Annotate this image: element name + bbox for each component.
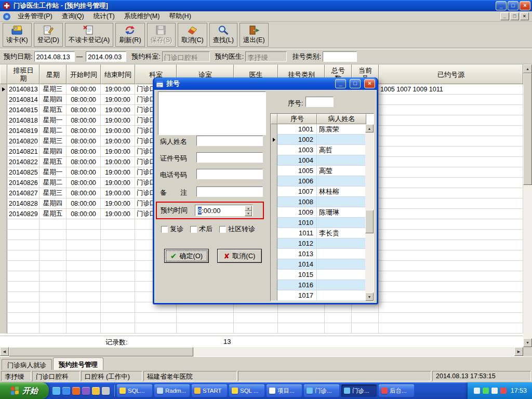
spin-down-icon[interactable]: ▼ bbox=[245, 211, 252, 216]
dialog-field-input-1[interactable] bbox=[196, 152, 263, 163]
desktop-icon[interactable] bbox=[62, 387, 70, 395]
horizontal-scroll-thumb[interactable] bbox=[9, 347, 193, 356]
grid-row[interactable]: 1004 bbox=[271, 155, 366, 166]
dialog-field-input-0[interactable] bbox=[196, 136, 263, 146]
spin-up-icon[interactable]: ▲ bbox=[245, 206, 252, 211]
toolbar-register-button[interactable]: 登记(D) bbox=[34, 23, 63, 47]
task-label: Radm... bbox=[165, 388, 186, 394]
grid-row[interactable]: 1017 bbox=[271, 290, 366, 301]
scroll-right-icon[interactable]: ▶ bbox=[514, 347, 523, 356]
close-button[interactable]: × bbox=[520, 1, 530, 10]
scroll-down-icon[interactable]: ▼ bbox=[523, 338, 532, 347]
grid-row[interactable]: 1014 bbox=[271, 259, 366, 270]
menu-item-4[interactable]: 帮助(H) bbox=[164, 11, 195, 21]
tab-1[interactable]: 预约挂号管理 bbox=[53, 357, 103, 370]
scroll-up-icon[interactable]: ▲ bbox=[523, 64, 532, 73]
tab-0[interactable]: 门诊病人就诊 bbox=[2, 359, 52, 370]
grid-row[interactable]: 1007林桂榕 bbox=[271, 187, 366, 197]
grid-row[interactable]: 1015 bbox=[271, 270, 366, 280]
status-segment-1: 门诊口腔科 bbox=[32, 371, 80, 381]
grid-row[interactable]: 1002 bbox=[271, 135, 366, 145]
menu-item-1[interactable]: 查询(Q) bbox=[57, 11, 89, 21]
grid-scrollbar[interactable]: ▲ ▼ bbox=[365, 124, 374, 301]
taskbar-task-7[interactable]: 后台... bbox=[379, 384, 414, 397]
horizontal-scrollbar[interactable]: ◀ ▶ bbox=[0, 347, 523, 356]
scroll-left-icon[interactable]: ◀ bbox=[0, 347, 9, 356]
ie-icon[interactable] bbox=[52, 387, 60, 395]
dialog-field-input-2[interactable] bbox=[196, 169, 263, 179]
grid-scroll-down-icon[interactable]: ▼ bbox=[365, 292, 374, 301]
minimize-button[interactable]: _ bbox=[496, 1, 507, 10]
grid-row[interactable]: 1009陈珊琳 bbox=[271, 207, 366, 218]
grid-column-header-0[interactable]: 序号 bbox=[277, 114, 317, 124]
toolbar-exit-button[interactable]: 退出(E) bbox=[240, 23, 269, 47]
type-filter-input[interactable] bbox=[323, 51, 357, 62]
serial-number-input[interactable] bbox=[305, 97, 334, 107]
grid-row[interactable]: 1005高莹 bbox=[271, 166, 366, 176]
schedule-row[interactable] bbox=[0, 323, 523, 334]
toolbar-refresh-button[interactable]: 刷新(R) bbox=[115, 23, 144, 47]
grid-scroll-thumb[interactable] bbox=[365, 210, 374, 233]
checkbox-2[interactable]: 社区转诊 bbox=[219, 224, 255, 234]
header-indicator-cell bbox=[0, 64, 7, 84]
grid-scroll-up-icon[interactable]: ▲ bbox=[365, 124, 374, 132]
child-minimize-button[interactable]: _ bbox=[500, 12, 509, 20]
toolbar-cancel-button[interactable]: 取消(C) bbox=[178, 23, 207, 47]
taskbar-task-3[interactable]: SQL ... bbox=[229, 384, 264, 397]
column-header-3[interactable]: 结束时间 bbox=[101, 64, 135, 84]
dialog-title-bar[interactable]: 挂号 _ □ × bbox=[154, 77, 377, 90]
column-header-0[interactable]: 排班日期 bbox=[7, 64, 39, 84]
menu-item-2[interactable]: 统计(T) bbox=[89, 11, 119, 21]
menu-item-3[interactable]: 系统维护(M) bbox=[119, 11, 165, 21]
taskbar-task-0[interactable]: SQL... bbox=[117, 384, 152, 397]
restore-button[interactable]: □ bbox=[508, 1, 518, 10]
grid-row[interactable]: 1001陈震荣 bbox=[271, 124, 366, 135]
confirm-button[interactable]: ✔ 确定(O) bbox=[164, 249, 209, 263]
grid-row[interactable]: 1008 bbox=[271, 197, 366, 207]
grid-row[interactable]: 1012 bbox=[271, 238, 366, 249]
child-restore-button[interactable]: □ bbox=[510, 12, 519, 20]
taskbar-task-2[interactable]: START bbox=[192, 384, 227, 397]
dialog-maximize-button[interactable]: □ bbox=[350, 79, 361, 88]
cancel-button[interactable]: ✘ 取消(C) bbox=[217, 249, 262, 263]
vertical-scrollbar[interactable]: ▲ ▼ bbox=[523, 64, 532, 347]
taskbar-task-4[interactable]: 项目... bbox=[267, 384, 302, 397]
grid-row[interactable]: 1010 bbox=[271, 218, 366, 228]
tray-clock: 17:53 bbox=[511, 387, 527, 394]
media-player-icon[interactable] bbox=[72, 387, 80, 395]
grid-row[interactable]: 1003高哲 bbox=[271, 145, 366, 155]
grid-column-header-1[interactable]: 病人姓名 bbox=[317, 114, 366, 124]
dialog-field-input-3[interactable] bbox=[196, 187, 263, 197]
grid-row[interactable]: 1006 bbox=[271, 176, 366, 187]
date-from-input[interactable]: 2014.08.13 bbox=[34, 51, 75, 62]
mail-icon[interactable] bbox=[102, 387, 110, 395]
dialog-close-button[interactable]: × bbox=[364, 79, 375, 88]
grid-row[interactable]: 1016 bbox=[271, 280, 366, 290]
dialog-minimize-button[interactable]: _ bbox=[335, 79, 346, 88]
horizontal-scroll-track[interactable] bbox=[193, 347, 514, 356]
date-to-input[interactable]: 2014.09.03 bbox=[86, 51, 126, 62]
menu-item-0[interactable]: 业务管理(P) bbox=[13, 11, 57, 21]
folder-icon[interactable] bbox=[92, 387, 100, 395]
taskbar-task-6[interactable]: 门诊... bbox=[341, 384, 377, 397]
start-button[interactable]: 开始 bbox=[0, 382, 49, 399]
toolbar-find-button[interactable]: 查找(L) bbox=[209, 23, 237, 47]
taskbar-task-5[interactable]: 门诊... bbox=[304, 384, 339, 397]
grid-row[interactable]: 1013 bbox=[271, 249, 366, 259]
column-header-2[interactable]: 开始时间 bbox=[66, 64, 101, 84]
toolbar-card-reader-button[interactable]: 读卡(K) bbox=[3, 23, 32, 47]
grid-cell-serial: 1007 bbox=[277, 187, 317, 197]
taskbar-task-1[interactable]: Radm... bbox=[154, 384, 190, 397]
column-header-10[interactable]: 已约号源 bbox=[379, 64, 523, 84]
appointment-time-input[interactable]: 8:00:00 ▲ ▼ bbox=[195, 205, 253, 216]
toolbar-register-nocard-button[interactable]: 不读卡登记(A) bbox=[65, 23, 113, 47]
checkbox-0[interactable]: 复诊 bbox=[161, 224, 183, 234]
app-icon[interactable] bbox=[82, 387, 90, 395]
child-close-button[interactable]: × bbox=[520, 12, 529, 20]
grid-row[interactable]: 1011李长贵 bbox=[271, 228, 366, 238]
vertical-scroll-thumb[interactable] bbox=[523, 73, 532, 185]
schedule-row[interactable] bbox=[0, 313, 523, 323]
checkbox-1[interactable]: 术后 bbox=[190, 224, 212, 234]
column-header-1[interactable]: 星期 bbox=[39, 64, 66, 84]
task-icon bbox=[307, 388, 313, 394]
